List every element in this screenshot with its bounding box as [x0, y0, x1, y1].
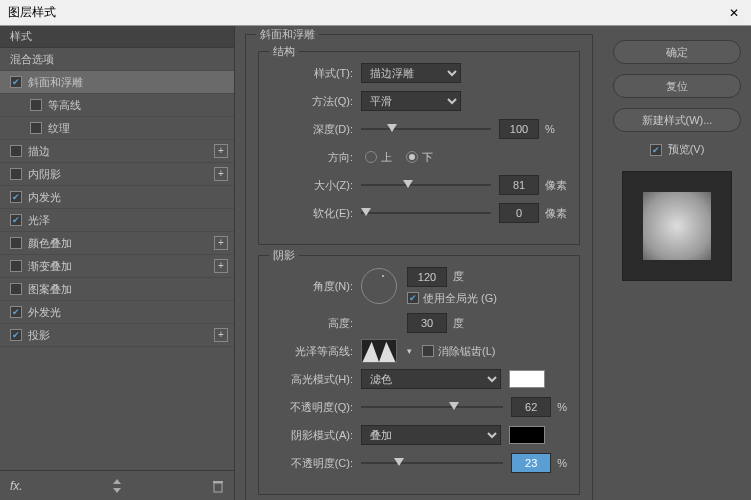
angle-input[interactable] [407, 267, 447, 287]
highlight-mode-select[interactable]: 滤色 [361, 369, 501, 389]
svg-rect-0 [214, 483, 222, 492]
sidebar-item-9[interactable]: 渐变叠加+ [0, 255, 234, 278]
sidebar-checkbox-8[interactable] [10, 237, 22, 249]
depth-slider[interactable] [361, 128, 491, 130]
sidebar-item-label: 外发光 [28, 305, 61, 320]
depth-input[interactable] [499, 119, 539, 139]
antialias-checkbox[interactable] [422, 345, 434, 357]
global-light-checkbox[interactable] [407, 292, 419, 304]
cancel-button[interactable]: 复位 [613, 74, 741, 98]
angle-label: 角度(N): [271, 279, 353, 294]
soften-slider[interactable] [361, 212, 491, 214]
preview-thumbnail [622, 171, 732, 281]
sidebar-item-label: 颜色叠加 [28, 236, 72, 251]
plus-icon[interactable]: + [214, 144, 228, 158]
shading-title: 阴影 [269, 248, 299, 263]
highlight-color-swatch[interactable] [509, 370, 545, 388]
sidebar-checkbox-1[interactable] [10, 76, 22, 88]
sidebar-item-12[interactable]: 投影+ [0, 324, 234, 347]
sidebar-item-3[interactable]: 纹理 [0, 117, 234, 140]
sidebar-item-6[interactable]: 内发光 [0, 186, 234, 209]
gloss-contour-picker[interactable] [361, 339, 397, 363]
new-style-button[interactable]: 新建样式(W)... [613, 108, 741, 132]
direction-down-radio[interactable] [406, 151, 418, 163]
sidebar-checkbox-2[interactable] [30, 99, 42, 111]
size-input[interactable] [499, 175, 539, 195]
size-slider[interactable] [361, 184, 491, 186]
plus-icon[interactable]: + [214, 236, 228, 250]
sidebar-item-11[interactable]: 外发光 [0, 301, 234, 324]
shadow-color-swatch[interactable] [509, 426, 545, 444]
shadow-opacity-slider[interactable] [361, 462, 503, 464]
altitude-input[interactable] [407, 313, 447, 333]
soften-input[interactable] [499, 203, 539, 223]
sidebar-item-4[interactable]: 描边+ [0, 140, 234, 163]
sidebar-checkbox-5[interactable] [10, 168, 22, 180]
chevron-down-icon[interactable]: ▾ [407, 346, 412, 356]
sidebar-item-0[interactable]: 混合选项 [0, 48, 234, 71]
technique-label: 方法(Q): [271, 94, 353, 109]
shadow-opacity-input[interactable] [511, 453, 551, 473]
close-icon[interactable]: ✕ [725, 6, 743, 20]
shadow-mode-label: 阴影模式(A): [271, 428, 353, 443]
size-label: 大小(Z): [271, 178, 353, 193]
shadow-mode-select[interactable]: 叠加 [361, 425, 501, 445]
highlight-opacity-slider[interactable] [361, 406, 503, 408]
svg-rect-1 [213, 481, 223, 483]
sidebar-item-label: 描边 [28, 144, 50, 159]
sidebar-item-label: 混合选项 [10, 52, 54, 67]
sidebar-item-label: 等高线 [48, 98, 81, 113]
sidebar-checkbox-11[interactable] [10, 306, 22, 318]
fx-icon[interactable]: fx. [10, 479, 23, 493]
sidebar-item-label: 纹理 [48, 121, 70, 136]
preview-checkbox[interactable] [650, 144, 662, 156]
ok-button[interactable]: 确定 [613, 40, 741, 64]
sidebar-checkbox-12[interactable] [10, 329, 22, 341]
depth-label: 深度(D): [271, 122, 353, 137]
sidebar-checkbox-10[interactable] [10, 283, 22, 295]
sidebar-item-10[interactable]: 图案叠加 [0, 278, 234, 301]
sidebar-item-1[interactable]: 斜面和浮雕 [0, 71, 234, 94]
trash-icon[interactable] [212, 479, 224, 493]
sidebar-checkbox-4[interactable] [10, 145, 22, 157]
sidebar-item-label: 渐变叠加 [28, 259, 72, 274]
altitude-label: 高度: [271, 316, 353, 331]
sidebar-item-label: 内发光 [28, 190, 61, 205]
soften-label: 软化(E): [271, 206, 353, 221]
structure-title: 结构 [269, 44, 299, 59]
sidebar-checkbox-6[interactable] [10, 191, 22, 203]
shadow-opacity-label: 不透明度(C): [271, 456, 353, 471]
sidebar-checkbox-9[interactable] [10, 260, 22, 272]
plus-icon[interactable]: + [214, 328, 228, 342]
plus-icon[interactable]: + [214, 259, 228, 273]
window-title: 图层样式 [8, 4, 56, 21]
sidebar-checkbox-7[interactable] [10, 214, 22, 226]
sidebar-item-label: 投影 [28, 328, 50, 343]
sidebar-header: 样式 [0, 26, 234, 48]
direction-up-radio[interactable] [365, 151, 377, 163]
effects-sidebar: 样式 混合选项斜面和浮雕等高线纹理描边+内阴影+内发光光泽颜色叠加+渐变叠加+图… [0, 26, 235, 500]
gloss-contour-label: 光泽等高线: [271, 344, 353, 359]
preview-label: 预览(V) [668, 142, 705, 157]
angle-dial[interactable] [361, 268, 397, 304]
updown-icon[interactable] [111, 479, 123, 493]
highlight-mode-label: 高光模式(H): [271, 372, 353, 387]
group-title: 斜面和浮雕 [256, 27, 319, 42]
sidebar-item-label: 光泽 [28, 213, 50, 228]
highlight-opacity-input[interactable] [511, 397, 551, 417]
sidebar-item-label: 斜面和浮雕 [28, 75, 83, 90]
style-label: 样式(T): [271, 66, 353, 81]
sidebar-item-5[interactable]: 内阴影+ [0, 163, 234, 186]
sidebar-item-2[interactable]: 等高线 [0, 94, 234, 117]
plus-icon[interactable]: + [214, 167, 228, 181]
sidebar-item-8[interactable]: 颜色叠加+ [0, 232, 234, 255]
highlight-opacity-label: 不透明度(Q): [271, 400, 353, 415]
sidebar-item-label: 内阴影 [28, 167, 61, 182]
direction-label: 方向: [271, 150, 353, 165]
sidebar-checkbox-3[interactable] [30, 122, 42, 134]
style-select[interactable]: 描边浮雕 [361, 63, 461, 83]
sidebar-item-label: 图案叠加 [28, 282, 72, 297]
technique-select[interactable]: 平滑 [361, 91, 461, 111]
sidebar-item-7[interactable]: 光泽 [0, 209, 234, 232]
